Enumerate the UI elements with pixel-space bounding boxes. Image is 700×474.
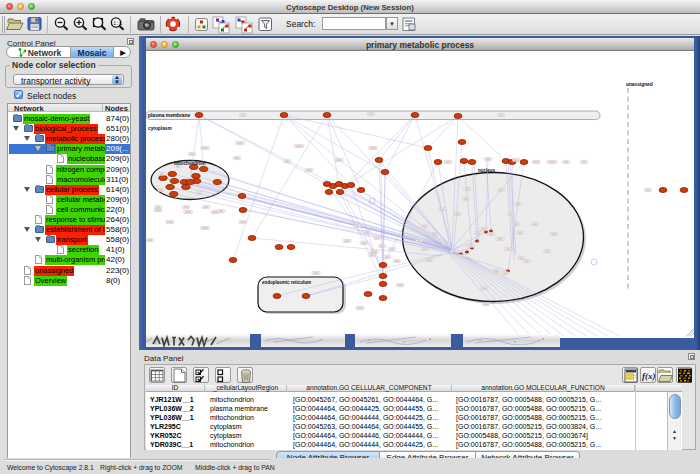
svg-text:mitochondrion: mitochondrion	[174, 161, 206, 166]
svg-text:nucleus: nucleus	[478, 168, 496, 173]
svg-text:cytoplasm: cytoplasm	[148, 126, 172, 131]
svg-text:plasma membrane: plasma membrane	[148, 113, 190, 118]
svg-text:1:1: 1:1	[113, 21, 122, 27]
svg-text:f(x): f(x)	[642, 371, 656, 381]
svg-text:endoplasmic reticulum: endoplasmic reticulum	[262, 280, 311, 285]
svg-text:unassigned: unassigned	[626, 82, 653, 87]
